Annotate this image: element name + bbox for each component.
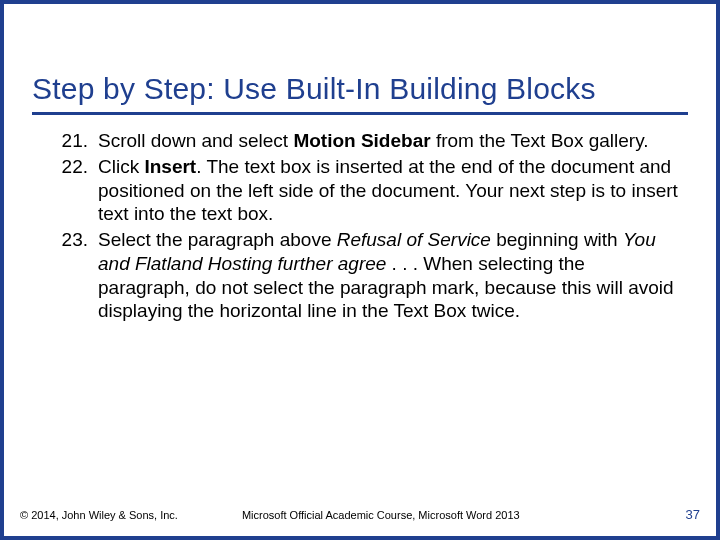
- slide-footer: © 2014, John Wiley & Sons, Inc. Microsof…: [20, 507, 700, 522]
- footer-copyright: © 2014, John Wiley & Sons, Inc.: [20, 509, 178, 521]
- step-number: 22.: [50, 155, 98, 226]
- footer-course: Microsoft Official Academic Course, Micr…: [178, 509, 686, 521]
- step-body: Select the paragraph above Refusal of Se…: [98, 228, 678, 323]
- list-item: 23. Select the paragraph above Refusal o…: [50, 228, 678, 323]
- step-number: 23.: [50, 228, 98, 323]
- slide-content: 21. Scroll down and select Motion Sideba…: [32, 115, 688, 323]
- step-list: 21. Scroll down and select Motion Sideba…: [50, 129, 678, 323]
- slide: Step by Step: Use Built-In Building Bloc…: [0, 0, 720, 540]
- footer-page-number: 37: [686, 507, 700, 522]
- step-body: Scroll down and select Motion Sidebar fr…: [98, 129, 678, 153]
- list-item: 22. Click Insert. The text box is insert…: [50, 155, 678, 226]
- step-number: 21.: [50, 129, 98, 153]
- list-item: 21. Scroll down and select Motion Sideba…: [50, 129, 678, 153]
- slide-title: Step by Step: Use Built-In Building Bloc…: [32, 30, 688, 115]
- step-body: Click Insert. The text box is inserted a…: [98, 155, 678, 226]
